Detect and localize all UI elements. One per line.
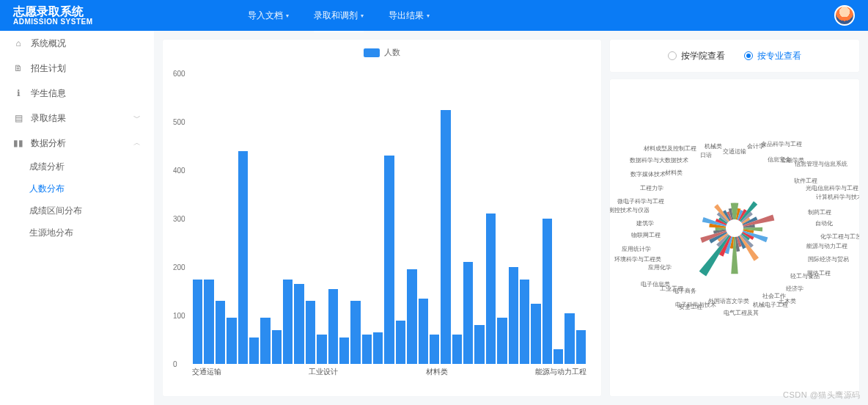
rose-label: 安全工程 <box>679 304 702 310</box>
y-tick: 300 <box>173 215 185 223</box>
bar <box>294 284 304 364</box>
bar <box>463 262 473 364</box>
rose-label: 社会工作 <box>762 293 786 299</box>
chevron-down-icon: ▾ <box>361 12 364 19</box>
radio-by-major[interactable]: 按专业查看 <box>744 50 801 62</box>
y-tick: 600 <box>173 70 185 78</box>
info-icon: ℹ <box>13 88 23 98</box>
rose-label: 制药工程 <box>808 209 831 216</box>
bar <box>362 335 372 364</box>
rose-label: 电子信息类 <box>641 281 670 288</box>
home-icon: ⌂ <box>13 38 23 48</box>
chart-legend: 人数 <box>172 47 592 58</box>
bar <box>350 301 360 364</box>
rose-chart-panel: 交通运输会计学食品科学与工程信息安全金融学类信息管理与信息系统软件工程光电信息科… <box>610 79 859 396</box>
bar <box>509 267 518 364</box>
menu-admission[interactable]: 录取和调剂▾ <box>314 10 364 22</box>
rose-label: 能源与动力工程 <box>806 243 847 249</box>
bar <box>576 330 586 364</box>
sidebar-item-analysis[interactable]: ▮▮数据分析︿ <box>0 131 154 156</box>
x-tick: 交通运输 <box>192 367 221 377</box>
app-header: 志愿录取系统 ADMISSION SYSTEM 导入文档▾ 录取和调剂▾ 导出结… <box>0 0 868 31</box>
bar <box>272 330 282 364</box>
bar <box>396 321 405 364</box>
bar <box>531 304 540 365</box>
rose-label: 日语 <box>700 152 712 158</box>
menu-export[interactable]: 导出结果▾ <box>389 10 430 22</box>
rose-label: 数据科学与大数据技术 <box>630 157 688 164</box>
rose-label: 国际经济与贸易 <box>808 256 849 263</box>
sidebar-item-overview[interactable]: ⌂系统概况 <box>0 31 154 56</box>
bar <box>520 280 529 365</box>
sidebar: ⌂系统概况 🗎招生计划 ℹ学生信息 ▤录取结果﹀ ▮▮数据分析︿ 成绩分析 人数… <box>0 31 154 405</box>
sidebar-sub-range[interactable]: 成绩区间分布 <box>0 200 154 222</box>
rose-label: 食品科学与工程 <box>761 141 802 147</box>
bar <box>260 318 270 364</box>
bar <box>553 349 563 364</box>
logo-block: 志愿录取系统 ADMISSION SYSTEM <box>13 5 160 26</box>
sidebar-item-plan[interactable]: 🗎招生计划 <box>0 56 154 81</box>
bar <box>474 325 484 364</box>
bar <box>486 214 496 364</box>
watermark: CSDN @猫头鹰源码 <box>783 390 861 401</box>
rose-label: 软件工程 <box>794 178 817 184</box>
bar <box>384 156 394 364</box>
bar <box>441 110 450 365</box>
bar <box>497 318 507 364</box>
view-filter: 按学院查看 按专业查看 <box>610 40 859 72</box>
svg-point-0 <box>726 219 743 237</box>
bar <box>419 299 428 364</box>
avatar[interactable] <box>834 5 855 26</box>
x-tick: 材料类 <box>426 367 448 377</box>
rose-chart: 交通运输会计学食品科学与工程信息安全金融学类信息管理与信息系统软件工程光电信息科… <box>610 79 859 396</box>
x-tick: 工业设计 <box>309 367 338 377</box>
x-axis: 交通运输工业设计材料类能源与动力工程 <box>192 367 586 377</box>
x-tick: 能源与动力工程 <box>535 367 586 377</box>
chevron-down-icon: ▾ <box>427 12 430 19</box>
y-tick: 500 <box>173 117 185 125</box>
content-area: 人数 0100200300400500600 交通运输工业设计材料类能源与动力工… <box>154 31 868 405</box>
y-tick: 200 <box>173 263 185 271</box>
bar <box>542 219 552 364</box>
bar <box>227 318 236 364</box>
sidebar-item-student[interactable]: ℹ学生信息 <box>0 81 154 106</box>
menu-import[interactable]: 导入文档▾ <box>248 10 289 22</box>
sidebar-sub-origin[interactable]: 生源地分布 <box>0 222 154 244</box>
rose-label: 材料成型及控制工程 <box>643 145 696 152</box>
chart-icon: ▮▮ <box>13 138 23 148</box>
app-title-cn: 志愿录取系统 <box>13 5 160 18</box>
bars-container <box>192 73 586 364</box>
rose-label: 应用化学 <box>648 264 672 271</box>
app-title-en: ADMISSION SYSTEM <box>13 18 160 26</box>
sidebar-sub-score[interactable]: 成绩分析 <box>0 156 154 178</box>
rose-label: 物联网工程 <box>631 232 661 238</box>
rose-label: 微电子科学与工程 <box>617 198 664 205</box>
rose-label: 数字媒体技术 <box>630 171 666 178</box>
doc-icon: 🗎 <box>13 63 23 73</box>
bar <box>283 280 293 365</box>
rose-label: 机械电子工程 <box>753 302 788 308</box>
sidebar-item-results[interactable]: ▤录取结果﹀ <box>0 106 154 131</box>
bar <box>216 301 225 364</box>
bar <box>204 280 213 365</box>
bar <box>564 313 574 364</box>
rose-label: 测控技术与仪器 <box>610 207 650 214</box>
chevron-up-icon: ︿ <box>133 138 141 148</box>
bar-chart: 人数 0100200300400500600 交通运输工业设计材料类能源与动力工… <box>172 47 592 383</box>
list-icon: ▤ <box>13 113 23 123</box>
rose-label: 环境科学与工程类 <box>614 256 661 263</box>
rose-label: 计算机科学与技术 <box>816 194 859 200</box>
rose-label: 交通运输 <box>723 148 746 155</box>
bar <box>306 301 315 364</box>
bar <box>193 280 202 365</box>
bar <box>328 289 338 364</box>
bar-chart-panel: 人数 0100200300400500600 交通运输工业设计材料类能源与动力工… <box>163 40 601 396</box>
radio-icon <box>668 51 677 60</box>
radio-by-college[interactable]: 按学院查看 <box>668 50 725 62</box>
rose-label: 材料类 <box>664 169 683 176</box>
sidebar-sub-count[interactable]: 人数分布 <box>0 178 154 200</box>
y-tick: 0 <box>173 360 177 368</box>
bar <box>373 332 383 364</box>
bar <box>249 338 259 364</box>
bar <box>339 338 349 364</box>
